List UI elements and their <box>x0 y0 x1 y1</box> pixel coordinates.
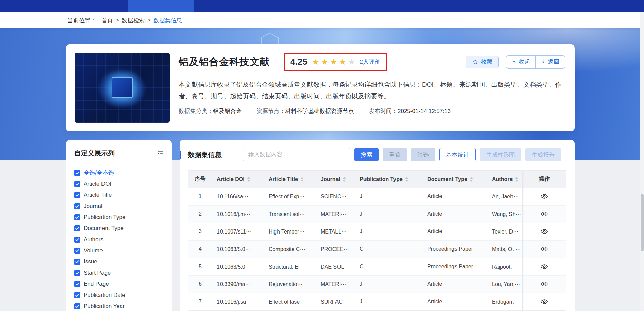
cell-authors: Rajpoot, ⋯ <box>487 258 522 275</box>
checkbox-checked-icon[interactable] <box>74 248 80 254</box>
column-header-article-doi[interactable]: Article DOI <box>212 171 264 188</box>
column-header-journal[interactable]: Journal <box>316 171 355 188</box>
checkbox-row-journal[interactable]: Journal <box>74 200 164 212</box>
cell-index: 6 <box>188 275 212 293</box>
breadcrumb-label: 当前位置： <box>67 17 96 24</box>
checkbox-checked-icon[interactable] <box>74 259 80 265</box>
checkbox-row-article-doi[interactable]: Article DOI <box>74 178 164 189</box>
checkbox-row-publication-year[interactable]: Publication Year <box>74 301 164 311</box>
checkbox-checked-icon[interactable] <box>74 292 80 298</box>
checkbox-checked-icon[interactable] <box>74 214 80 220</box>
cell-article-title: Effect of Exp⋯ <box>264 188 316 205</box>
cell-index: 1 <box>188 188 212 205</box>
view-detail-button[interactable] <box>540 245 548 253</box>
sort-icon[interactable] <box>300 177 304 182</box>
generate-bar-chart-button[interactable]: 生成柱形图 <box>480 148 521 161</box>
table-header-row: 序号 Article DOI Article Title Journal Pub… <box>188 171 566 188</box>
favorite-label: 收藏 <box>481 58 492 66</box>
sort-icon[interactable] <box>247 177 251 182</box>
title-accent-bar <box>180 151 181 159</box>
checkbox-checked-icon[interactable] <box>74 170 80 176</box>
cell-authors: Wang, Sh⋯ <box>487 205 522 223</box>
sort-icon[interactable] <box>405 177 408 182</box>
checkbox-checked-icon[interactable] <box>74 303 80 309</box>
sort-icon[interactable] <box>470 177 473 182</box>
view-detail-button[interactable] <box>540 193 548 200</box>
page-scrollbar-thumb[interactable] <box>641 194 644 251</box>
view-detail-button[interactable] <box>540 298 548 305</box>
search-button[interactable]: 搜索 <box>354 148 379 161</box>
checkbox-label: 全选/全不选 <box>84 169 114 177</box>
column-header-article-title[interactable]: Article Title <box>264 171 316 188</box>
reviews-link[interactable]: 2人评价 <box>360 58 380 66</box>
rating-highlight-box: 4.25 ★ ★ ★ ★ ★ 2人评价 <box>284 53 387 71</box>
checkbox-row-start-page[interactable]: Start Page <box>74 267 164 278</box>
dataset-detail-card: 铝及铝合金科技文献 4.25 ★ ★ ★ ★ ★ 2人评价 收藏 <box>66 44 575 131</box>
top-nav-active-item[interactable] <box>128 0 194 12</box>
basic-stats-button[interactable]: 基本统计 <box>439 148 476 161</box>
checkbox-label: Issue <box>84 258 97 265</box>
checkbox-row-article-title[interactable]: Article Title <box>74 189 164 200</box>
back-button[interactable]: 返回 <box>535 56 565 68</box>
page-scrollbar-track[interactable] <box>640 12 644 311</box>
cell-document-type: Article <box>422 188 487 205</box>
view-detail-button[interactable] <box>540 210 548 218</box>
checkbox-row-select-all[interactable]: 全选/全不选 <box>74 167 164 178</box>
cell-publication-type: J <box>355 205 422 223</box>
checkbox-checked-icon[interactable] <box>74 270 80 276</box>
cell-publication-type: J <box>355 188 422 205</box>
cell-publication-type: J <box>355 275 422 293</box>
view-detail-button[interactable] <box>540 228 548 235</box>
collapse-button[interactable]: 收起 <box>506 56 535 68</box>
cell-article-doi: 10.3390/ma⋯ <box>212 275 264 293</box>
dataset-info-panel: 数据集信息 搜索 重置 筛选 基本统计 生成柱形图 生成报告 序号 Articl… <box>180 140 575 311</box>
cell-actions <box>522 258 566 275</box>
custom-columns-title: 自定义展示列 <box>74 149 115 158</box>
collapse-columns-icon[interactable] <box>157 150 164 157</box>
search-input[interactable] <box>243 148 350 161</box>
checkbox-label: Article DOI <box>84 181 111 187</box>
column-header-publication-type[interactable]: Publication Type <box>355 171 422 188</box>
cell-journal: PROCEE⋯ <box>316 240 355 258</box>
checkbox-row-volume[interactable]: Volume <box>74 245 164 256</box>
checkbox-label: Publication Type <box>84 214 125 221</box>
favorite-star-icon <box>472 59 478 65</box>
cell-index: 3 <box>188 223 212 240</box>
breadcrumb-separator: > <box>116 17 119 24</box>
column-header-document-type[interactable]: Document Type <box>422 171 487 188</box>
column-header-authors[interactable]: Authors <box>487 171 522 188</box>
breadcrumb-home[interactable]: 首页 <box>101 17 113 24</box>
filter-button[interactable]: 筛选 <box>411 148 435 161</box>
checkbox-checked-icon[interactable] <box>74 203 80 209</box>
star-icon: ★ <box>348 58 355 66</box>
cell-authors: An, Jaeh⋯ <box>487 188 522 205</box>
chevron-up-icon <box>512 60 516 64</box>
favorite-button[interactable]: 收藏 <box>466 56 499 68</box>
reset-button[interactable]: 重置 <box>383 148 407 161</box>
cell-article-title: Transient sol⋯ <box>264 205 316 223</box>
view-detail-button[interactable] <box>540 263 548 270</box>
cell-article-title: High Temper⋯ <box>264 223 316 240</box>
checkbox-checked-icon[interactable] <box>74 237 80 243</box>
cell-index: 7 <box>188 293 212 310</box>
checkbox-row-document-type[interactable]: Document Type <box>74 223 164 234</box>
cell-article-title: Composite C⋯ <box>264 240 316 258</box>
checkbox-checked-icon[interactable] <box>74 181 80 187</box>
checkbox-checked-icon[interactable] <box>74 225 80 231</box>
generate-report-button[interactable]: 生成报告 <box>525 148 561 161</box>
breadcrumb-data-search[interactable]: 数据检索 <box>122 17 145 24</box>
checkbox-row-publication-type[interactable]: Publication Type <box>74 212 164 223</box>
checkbox-label: Publication Year <box>84 303 125 310</box>
cell-authors: Matts, O. ⋯ <box>487 240 522 258</box>
checkbox-label: Journal <box>84 203 103 210</box>
checkbox-row-publication-date[interactable]: Publication Date <box>74 289 164 301</box>
sort-icon[interactable] <box>515 177 518 182</box>
sort-icon[interactable] <box>343 177 346 182</box>
checkbox-row-authors[interactable]: Authors <box>74 234 164 245</box>
checkbox-checked-icon[interactable] <box>74 192 80 198</box>
checkbox-row-issue[interactable]: Issue <box>74 256 164 267</box>
checkbox-checked-icon[interactable] <box>74 281 80 287</box>
view-detail-button[interactable] <box>540 280 548 288</box>
collapse-back-group: 收起 返回 <box>506 55 565 69</box>
checkbox-row-end-page[interactable]: End Page <box>74 278 164 289</box>
